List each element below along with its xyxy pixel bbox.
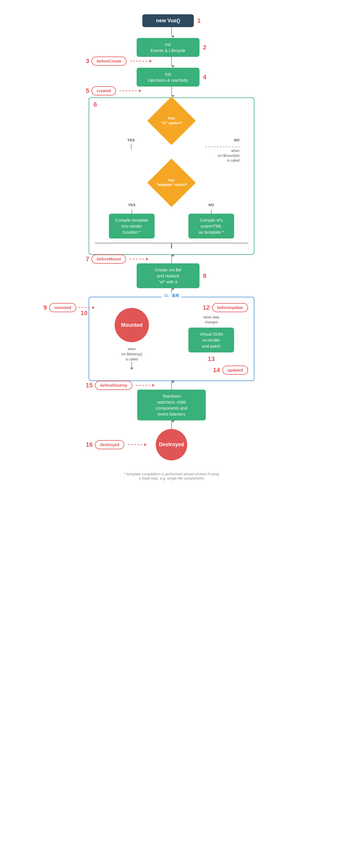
dashed-line — [119, 91, 137, 91]
init-events-box: InitEvents & Lifecycle — [137, 38, 200, 57]
virtual-dom-box: Virtual DOMre-renderand patch — [189, 328, 234, 352]
connector — [171, 57, 172, 65]
when-data-changes-label: when datachanges — [203, 315, 219, 325]
arrow — [171, 65, 172, 68]
connector — [131, 144, 132, 149]
arrow-right — [149, 60, 152, 63]
label-13: 13 — [208, 355, 215, 363]
before-destroy-hook: beforeDestroy — [95, 381, 132, 390]
before-create-hook: beforeCreate — [91, 57, 126, 66]
arrow-right — [144, 443, 147, 446]
yes-label-1: YES — [127, 138, 135, 142]
no-path-line — [205, 147, 239, 147]
arrow-right — [139, 89, 141, 92]
created-hook: created — [91, 86, 116, 95]
blue-section: 11、蓝框 9 mounted 10 Mounted whenvm.$destr… — [89, 297, 254, 381]
mounted-hook: mounted — [49, 303, 76, 312]
dashed-line — [136, 385, 150, 385]
label-14: 14 — [213, 367, 220, 374]
connector — [171, 255, 172, 264]
label-15: 15 — [86, 381, 93, 389]
connector — [171, 87, 172, 95]
arrow-right-mounted — [92, 306, 95, 309]
merge-left — [95, 243, 171, 248]
dashed-line — [128, 444, 142, 445]
label-6: 6 — [93, 101, 97, 108]
footnote: * template compilation is performed ahea… — [80, 472, 263, 480]
label-3: 3 — [86, 57, 89, 65]
create-vm-box: Create vm.$eland replace"el" with it — [137, 264, 200, 288]
dashed-line — [130, 61, 147, 61]
dashed-line — [79, 307, 90, 308]
updated-hook: updated — [222, 366, 248, 375]
destroyed-hook: destroyed — [95, 440, 124, 449]
connector — [211, 209, 211, 214]
init-injections-box: Initinjections & reactivity — [137, 68, 200, 87]
teardown-box: Teardownwatchers, childcomponents andeve… — [137, 390, 206, 421]
label-10: 10 — [81, 309, 87, 317]
label-9: 9 — [44, 304, 47, 311]
arrow-down — [130, 368, 134, 370]
connector — [171, 381, 172, 390]
mounted-circle: Mounted — [115, 308, 149, 342]
destroyed-circle: Destroyed — [156, 429, 187, 460]
yes-label-2: YES — [128, 203, 136, 207]
lifecycle-diagram: new Vue() 1 InitEvents & Lifecycle 2 3 b… — [80, 0, 263, 868]
new-vue-box: new Vue() — [142, 14, 194, 27]
connector — [171, 27, 172, 36]
label-1: 1 — [197, 17, 201, 25]
compile-template-box: Compile templateinto render function * — [109, 214, 154, 239]
blue-label: 11、蓝框 — [162, 293, 181, 298]
label-5: 5 — [86, 87, 89, 95]
connector — [132, 362, 132, 368]
arrow-right — [146, 258, 148, 260]
before-update-hook: beforeUpdate — [212, 303, 248, 312]
label-7: 7 — [86, 255, 89, 263]
label-12: 12 — [203, 304, 209, 311]
arrow-right — [152, 384, 154, 387]
label-8: 8 — [203, 272, 206, 280]
label-16: 16 — [86, 441, 93, 448]
when-vm-mount-label: whenvm.$mount(el)is called — [218, 149, 239, 163]
has-template-diamond: Has"template" option? — [147, 159, 196, 207]
no-label-1: NO — [234, 138, 240, 142]
when-destroy-label: whenvm.$destroy()is called — [121, 346, 142, 362]
no-label-2: NO — [208, 203, 214, 207]
compile-el-box: Compile el'souterHTMLas template * — [189, 214, 234, 239]
dashed-line — [130, 259, 144, 259]
green-section: 6 Has"el" option? YES NO — [89, 97, 254, 255]
label-4: 4 — [203, 73, 206, 81]
before-mount-hook: beforeMount — [91, 254, 126, 264]
label-2: 2 — [203, 44, 206, 51]
merge-right — [171, 243, 248, 248]
connector — [132, 209, 132, 214]
arrow — [171, 36, 172, 38]
connector — [171, 421, 172, 429]
